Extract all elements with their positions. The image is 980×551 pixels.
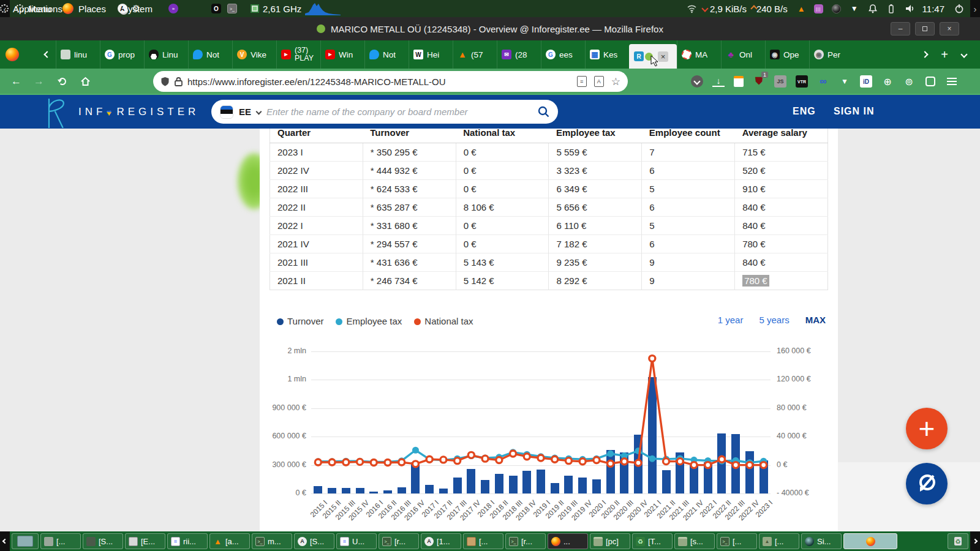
translate-icon[interactable]: A [594, 76, 604, 87]
applications-menu-icon[interactable] [0, 4, 9, 13]
notes-icon[interactable] [734, 76, 744, 87]
tab[interactable]: (28 [497, 40, 541, 69]
places-menu[interactable]: Places [78, 4, 106, 14]
inforegister-logo-icon[interactable] [44, 97, 70, 128]
url-bar[interactable]: https://www.inforegister.ee/en/12245348-… [153, 71, 628, 92]
legend-item[interactable]: National tax [414, 316, 473, 326]
volume-icon[interactable] [905, 4, 915, 13]
taskbar-window-button[interactable]: m... [252, 533, 292, 549]
taskbar-window-button[interactable]: [r... [379, 533, 419, 549]
applications-menu[interactable]: Applications [13, 4, 62, 14]
range-button-max[interactable]: MAX [805, 315, 826, 325]
legend-item[interactable]: Turnover [277, 316, 323, 326]
tab[interactable]: Per [809, 40, 853, 69]
panel-scroll-right-icon[interactable]: › [970, 0, 980, 17]
ublock-icon[interactable]: ⛊1 [753, 75, 765, 88]
tab[interactable]: Hei [409, 40, 453, 69]
taskbar-window-button[interactable]: [E... [125, 533, 165, 549]
sign-in-button[interactable]: SIGN IN [834, 106, 875, 117]
new-tab-button[interactable]: + [941, 48, 948, 61]
tab[interactable]: linu [56, 40, 100, 69]
taskbar-window-button[interactable]: [S... [294, 533, 334, 549]
forward-button[interactable]: → [34, 75, 44, 88]
tab[interactable]: Onl [721, 40, 765, 69]
tab[interactable]: ees [541, 40, 585, 69]
pocket-icon[interactable] [691, 75, 703, 88]
obs-icon[interactable]: O [211, 4, 221, 13]
power-icon[interactable] [954, 4, 964, 13]
puzzle-icon[interactable] [924, 75, 937, 88]
bookmark-star-icon[interactable]: ☆ [611, 75, 620, 88]
tab[interactable]: (57 [453, 40, 497, 69]
taskbar-window-button[interactable]: U... [336, 533, 377, 549]
lock-icon[interactable] [175, 77, 183, 86]
taskbar-window-button[interactable]: [... [463, 533, 503, 549]
taskbar-window-button[interactable] [12, 533, 39, 549]
search-icon[interactable] [538, 106, 549, 118]
company-search-input[interactable] [266, 107, 532, 117]
taskbar-launcher-firefox[interactable] [843, 533, 897, 549]
taskbar-window-button[interactable]: [s... [674, 533, 715, 549]
back-button[interactable]: ← [11, 75, 21, 88]
vlc-cone-icon[interactable]: ▲ [797, 5, 805, 13]
notifications-bell-icon[interactable] [868, 4, 878, 13]
wifi-icon[interactable] [687, 4, 698, 13]
tab[interactable]: Not [188, 40, 232, 69]
legend-item[interactable]: Employee tax [336, 316, 402, 326]
chat-widget-button[interactable] [906, 463, 948, 504]
menu-burger-icon[interactable] [946, 75, 958, 88]
triangle-icon[interactable]: ▼ [839, 75, 851, 88]
taskbar-window-button[interactable]: [... [717, 533, 757, 549]
estonia-flag-icon[interactable] [220, 105, 233, 119]
taskbar-window-button[interactable]: [... [759, 533, 799, 549]
tab-scroll-left-icon[interactable] [43, 51, 50, 58]
range-button-5-years[interactable]: 5 years [759, 315, 789, 325]
js-icon[interactable]: JS [774, 75, 786, 88]
floating-add-button[interactable]: + [906, 408, 948, 449]
tab[interactable]: Vike [232, 40, 276, 69]
reload-button[interactable] [56, 76, 67, 87]
tab-scroll-right-icon[interactable] [922, 51, 929, 58]
dark-orb-tray-icon[interactable] [832, 4, 841, 13]
taskbar-window-button[interactable]: [1... [421, 533, 461, 549]
maximize-button[interactable] [915, 22, 935, 36]
language-button[interactable]: ENG [793, 106, 816, 117]
home-button[interactable] [80, 76, 91, 87]
download-icon[interactable]: ↓ [712, 76, 725, 87]
cpu-graph-icon[interactable] [305, 2, 341, 15]
taskbar-window-button[interactable]: [a... [209, 533, 250, 549]
session-icon[interactable]: ⊚ [903, 75, 915, 88]
tab[interactable]: prop [100, 40, 144, 69]
terminal-tray-icon[interactable]: >_ [227, 4, 237, 13]
shield-icon[interactable] [160, 77, 170, 87]
taskbar-window-button[interactable]: rii... [167, 533, 208, 549]
media-tray-icon[interactable]: ||| [814, 4, 823, 13]
vtr-icon[interactable]: VTR [796, 75, 808, 88]
dropbox-tray-icon[interactable]: ▼ [851, 5, 858, 12]
range-button-1-year[interactable]: 1 year [718, 315, 744, 325]
reader-view-icon[interactable]: ≡ [577, 76, 587, 87]
link-icon[interactable]: ∞ [817, 75, 829, 88]
taskbar-window-button[interactable]: [... [40, 533, 81, 549]
brand-wordmark[interactable]: INF ♥♥ REGISTER [78, 106, 199, 118]
tab[interactable]: (37)PLAY [276, 40, 320, 69]
system-menu[interactable]: System [122, 4, 153, 14]
trash-applet[interactable]: ♻ [948, 533, 968, 549]
tab[interactable]: Not [364, 40, 409, 69]
tab[interactable]: Win [320, 40, 364, 69]
pidgin-icon[interactable]: » [168, 4, 178, 13]
tab[interactable]: Linu [144, 40, 188, 69]
tab[interactable]: Ope [765, 40, 809, 69]
taskbar-window-button[interactable]: [pc] [590, 533, 630, 549]
clock[interactable]: 11:47 [922, 4, 944, 14]
country-selector[interactable]: EE [239, 107, 251, 117]
taskbar-window-button[interactable]: [T... [632, 533, 673, 549]
country-dropdown-icon[interactable] [256, 109, 262, 115]
taskbar-window-button[interactable]: [r... [505, 533, 546, 549]
tab-list-dropdown-icon[interactable] [960, 51, 967, 58]
firefox-icon[interactable] [6, 48, 19, 61]
cpu-chip-icon[interactable] [251, 4, 259, 13]
taskbar-window-button[interactable]: Si... [801, 533, 842, 549]
taskbar-scroll-left-icon[interactable] [0, 531, 10, 551]
globe-icon[interactable]: ⊕ [881, 75, 894, 88]
